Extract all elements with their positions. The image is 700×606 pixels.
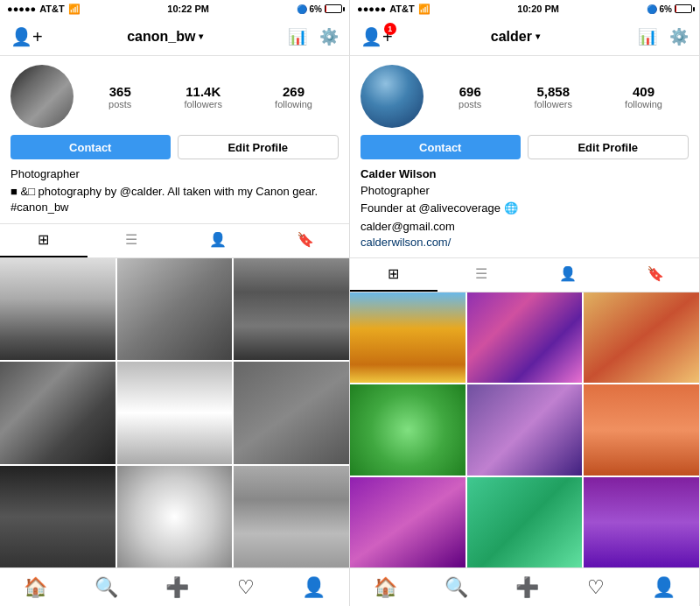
photo-grid-2: [350, 292, 699, 567]
battery-icon-2: [675, 4, 692, 13]
bio-text-2: Founder at @alivecoverage 🌐: [360, 201, 689, 216]
chevron-down-icon-1: ▾: [199, 32, 203, 41]
stat-following-1[interactable]: 269 following: [275, 84, 312, 109]
grid-photo-2-5[interactable]: [467, 384, 583, 475]
grid-photo-2-6[interactable]: [584, 384, 699, 475]
battery-percent-2: 6%: [660, 4, 672, 14]
heart-button-2[interactable]: ♡: [587, 576, 605, 599]
tab-saved-2[interactable]: 🔖: [612, 258, 699, 292]
grid-photo-2-8[interactable]: [467, 477, 583, 567]
add-user-button-1[interactable]: 👤+: [10, 26, 43, 47]
wifi-icon-1: 📶: [68, 4, 80, 15]
profile-button-2[interactable]: 👤: [652, 576, 676, 599]
profile-button-1[interactable]: 👤: [302, 576, 326, 599]
tab-saved-1[interactable]: 🔖: [262, 224, 349, 257]
panel-calder: ●●●●● AT&T 📶 10:20 PM 🔵 6% 👤+ 1 calder ▾…: [350, 0, 700, 606]
contact-button-2[interactable]: Contact: [360, 135, 521, 159]
bio-occupation-2: Photographer: [360, 183, 689, 199]
grid-photo-1-8[interactable]: [117, 466, 233, 567]
panel-canon-bw: ●●●●● AT&T 📶 10:22 PM 🔵 6% 👤+ canon_bw ▾…: [0, 0, 350, 606]
grid-photo-1-3[interactable]: [234, 258, 349, 360]
stat-posts-1[interactable]: 365 posts: [108, 84, 131, 109]
tab-tagged-1[interactable]: 👤: [175, 224, 262, 257]
notification-badge-2: 1: [384, 23, 396, 35]
tab-grid-2[interactable]: ⊞: [350, 258, 438, 292]
battery-icon-1: [325, 4, 342, 13]
stats-group-2: 696 posts 5,858 followers 409 following: [432, 84, 689, 109]
avatar-2: [360, 65, 424, 128]
contact-button-1[interactable]: Contact: [10, 135, 171, 159]
add-user-button-2[interactable]: 👤+ 1: [360, 26, 393, 47]
chart-icon-2[interactable]: 📊: [638, 27, 657, 46]
search-button-2[interactable]: 🔍: [444, 576, 468, 599]
bio-section-1: Photographer ■ &□ photography by @calder…: [0, 166, 349, 223]
gear-icon-1[interactable]: ⚙️: [319, 27, 339, 46]
add-button-2[interactable]: ➕: [515, 576, 539, 599]
gear-icon-2[interactable]: ⚙️: [669, 27, 689, 46]
signal-icon-2: ●●●●●: [357, 4, 386, 14]
add-button-1[interactable]: ➕: [165, 576, 189, 599]
bio-text-1: ■ &□ photography by @calder. All taken w…: [10, 184, 339, 215]
carrier-1: AT&T: [39, 4, 65, 14]
profile-tabs-1: ⊞ ☰ 👤 🔖: [0, 223, 349, 258]
username-display-2[interactable]: calder ▾: [491, 29, 540, 45]
chevron-down-icon-2: ▾: [536, 32, 540, 41]
time-2: 10:20 PM: [517, 4, 559, 14]
grid-photo-1-6[interactable]: [234, 362, 349, 463]
grid-photo-2-1[interactable]: [350, 292, 466, 383]
username-display-1[interactable]: canon_bw ▾: [127, 29, 203, 45]
bottom-nav-2: 🏠 🔍 ➕ ♡ 👤: [350, 567, 699, 606]
bio-occupation-1: Photographer: [10, 166, 339, 182]
tab-grid-1[interactable]: ⊞: [0, 224, 88, 257]
status-bar-2: ●●●●● AT&T 📶 10:20 PM 🔵 6%: [350, 0, 699, 18]
edit-profile-button-1[interactable]: Edit Profile: [178, 135, 340, 159]
grid-photo-1-1[interactable]: [0, 258, 116, 360]
edit-profile-button-2[interactable]: Edit Profile: [528, 135, 690, 159]
home-button-2[interactable]: 🏠: [374, 576, 397, 599]
profile-tabs-2: ⊞ ☰ 👤 🔖: [350, 257, 699, 292]
nav-bar-1: 👤+ canon_bw ▾ 📊 ⚙️: [0, 18, 349, 56]
bio-name-2: Calder Wilson: [360, 166, 689, 182]
stat-posts-2[interactable]: 696 posts: [458, 84, 481, 109]
grid-photo-1-4[interactable]: [0, 362, 116, 463]
status-bar-1: ●●●●● AT&T 📶 10:22 PM 🔵 6%: [0, 0, 349, 18]
bottom-nav-1: 🏠 🔍 ➕ ♡ 👤: [0, 567, 349, 606]
stat-followers-2[interactable]: 5,858 followers: [535, 84, 572, 109]
home-button-1[interactable]: 🏠: [24, 576, 47, 599]
wifi-icon-2: 📶: [418, 4, 430, 15]
profile-stats-1: 365 posts 11.4K followers 269 following: [0, 56, 349, 135]
tab-list-2[interactable]: ☰: [438, 258, 525, 292]
grid-photo-2-4[interactable]: [350, 384, 466, 475]
bio-link-2[interactable]: calderwilson.com/: [360, 235, 689, 250]
bio-email-2: calder@gmail.com: [360, 219, 689, 235]
stat-followers-1[interactable]: 11.4K followers: [185, 84, 222, 109]
bluetooth-icon-2: 🔵: [647, 4, 657, 14]
stat-following-2[interactable]: 409 following: [625, 84, 662, 109]
carrier-2: AT&T: [389, 4, 415, 14]
grid-photo-1-9[interactable]: [234, 466, 349, 567]
profile-stats-2: 696 posts 5,858 followers 409 following: [350, 56, 699, 135]
time-1: 10:22 PM: [167, 4, 209, 14]
heart-button-1[interactable]: ♡: [237, 576, 255, 599]
avatar-1: [10, 65, 74, 128]
bio-section-2: Calder Wilson Photographer Founder at @a…: [350, 166, 699, 257]
grid-photo-1-7[interactable]: [0, 466, 116, 567]
battery-percent-1: 6%: [310, 4, 322, 14]
grid-photo-2-7[interactable]: [350, 477, 466, 567]
search-button-1[interactable]: 🔍: [94, 576, 118, 599]
buttons-row-1: Contact Edit Profile: [0, 135, 349, 166]
tab-tagged-2[interactable]: 👤: [525, 258, 612, 292]
stats-group-1: 365 posts 11.4K followers 269 following: [82, 84, 339, 109]
grid-photo-1-5[interactable]: [117, 362, 233, 463]
grid-photo-1-2[interactable]: [117, 258, 233, 360]
grid-photo-2-2[interactable]: [467, 292, 583, 383]
bluetooth-icon-1: 🔵: [297, 4, 307, 14]
chart-icon-1[interactable]: 📊: [288, 27, 307, 46]
nav-bar-2: 👤+ 1 calder ▾ 📊 ⚙️: [350, 18, 699, 56]
grid-photo-2-9[interactable]: [584, 477, 699, 567]
tab-list-1[interactable]: ☰: [88, 224, 175, 257]
photo-grid-1: [0, 258, 349, 567]
grid-photo-2-3[interactable]: [584, 292, 699, 383]
buttons-row-2: Contact Edit Profile: [350, 135, 699, 166]
signal-icon-1: ●●●●●: [7, 4, 36, 14]
